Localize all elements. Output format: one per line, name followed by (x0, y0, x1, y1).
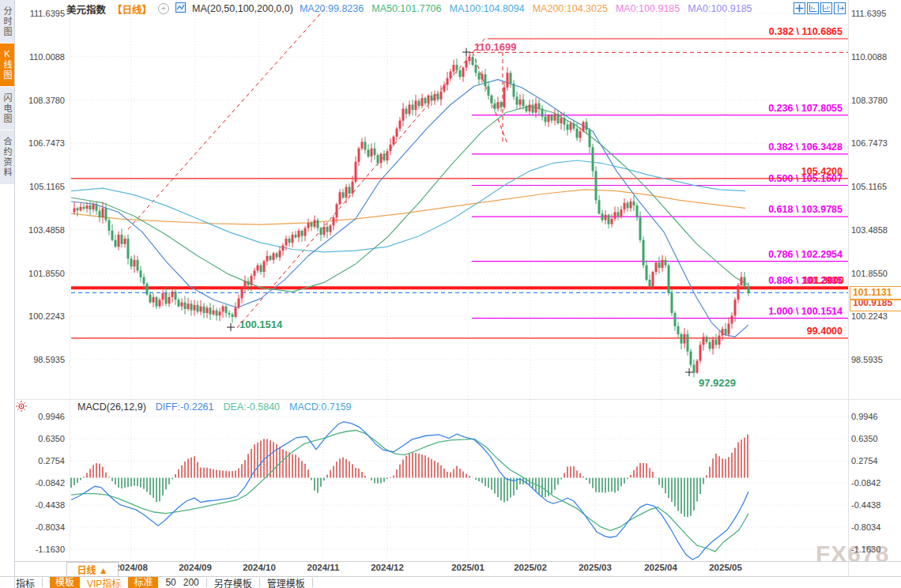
toolbar-item-4[interactable]: 标准 (128, 577, 158, 588)
ma-legend-value: MA0:100.9185 (616, 3, 680, 14)
price-level-label: 101.3000 (803, 275, 844, 286)
toolbar-item-2[interactable]: 模板 (50, 577, 80, 588)
macd-header: MACD(26,12,9) DIFF:-0.2261 DEA:-0.5840 M… (16, 401, 352, 413)
ma-legend-value: MA50:101.7706 (371, 3, 441, 14)
plot-left-border (70, 8, 70, 561)
panel-separator (14, 399, 901, 400)
ma-legend: MA20:99.8236MA50:101.7706MA100:104.8094M… (300, 3, 752, 14)
toolbar-separator-line (206, 578, 207, 587)
toolbar-item-8[interactable]: 管理模板 (267, 576, 305, 588)
symbol-title: 美元指数 (66, 2, 106, 17)
macd-settings-icon[interactable] (16, 401, 27, 414)
price-annotation: 100.1514 (239, 318, 282, 330)
chart-window: FX678 分时图K线图闪电图合约资料 美元指数 【日线】 + MA(20,50… (0, 0, 901, 588)
annotation-layer: 0.236 \ 107.80550.382 \ 106.34280.500 \ … (0, 0, 901, 588)
fib-level-label: 1.000 \ 100.1514 (768, 306, 843, 317)
plot-right-border (848, 0, 849, 576)
ma-settings-label[interactable]: MA(20,50,100,200,0,0) (192, 3, 293, 14)
bottom-toolbar: 指标模板VIP指标标准50200另存模板管理模板 (16, 577, 313, 588)
toolbar-item-1[interactable]: 指标 (16, 576, 35, 588)
fib-level-label: 0.236 \ 107.8055 (768, 103, 843, 114)
axis-scale-left-icon[interactable] (807, 2, 819, 14)
sidebar-tab-2[interactable]: K线图 (0, 43, 14, 86)
axis-scale-right-icon[interactable] (820, 2, 832, 14)
toolbar-separator-line (259, 578, 260, 587)
sidebar-tab-3[interactable]: 闪电图 (0, 87, 14, 130)
toolbar-separator-line (42, 578, 43, 587)
period-selector[interactable]: 日线 ▲ (66, 562, 119, 577)
ma-legend-value: MA100:104.8094 (449, 3, 524, 14)
period-tag: 【日线】 (112, 2, 152, 17)
price-level-label: 105.4200 (801, 166, 843, 177)
toolbar-separator-line (312, 578, 313, 587)
toolbar-item-6[interactable]: 200 (183, 577, 199, 588)
price-annotation: 110.1699 (474, 41, 517, 53)
plus-circle-icon[interactable]: + (158, 3, 169, 14)
price-level-label: 99.4000 (807, 326, 843, 337)
chart-header: 美元指数 【日线】 + MA(20,50,100,200,0,0) MA20:9… (66, 2, 752, 16)
fib-level-label: 0.618 \ 103.9785 (768, 204, 843, 215)
ma-legend-value: MA200:104.3025 (533, 3, 608, 14)
toolbar-item-7[interactable]: 另存模板 (214, 576, 252, 588)
macd-diff-value: DIFF:-0.2261 (156, 401, 214, 413)
chart-type-sidebar: 分时图K线图闪电图合约资料 (0, 0, 15, 588)
secondary-price-tag: 100.9185 (850, 300, 901, 311)
crosshair-icon[interactable] (794, 2, 805, 14)
sidebar-tab-4[interactable]: 合约资料 (0, 130, 14, 184)
ma-legend-value: MA20:99.8236 (300, 3, 364, 14)
xaxis-separator (14, 561, 901, 562)
sidebar-tab-1[interactable]: 分时图 (0, 0, 14, 43)
macd-title[interactable]: MACD(26,12,9) (77, 401, 146, 413)
toolbar-item-3[interactable]: VIP指标 (87, 576, 121, 588)
fib-level-label: 0.786 \ 102.2954 (768, 249, 843, 260)
price-annotation: 97.9229 (699, 377, 736, 389)
chart-tool-icons (794, 2, 846, 14)
macd-dea-value: DEA:-0.5840 (223, 401, 280, 413)
ma-indicator-icon[interactable] (175, 2, 186, 15)
current-price-tag: 101.1131 (850, 286, 901, 300)
fib-level-label: 0.382 \ 106.3428 (768, 141, 843, 153)
ma-legend-value: MA0:100.9185 (688, 3, 752, 14)
price-level-label: 0.382 \ 110.6865 (769, 26, 843, 37)
toolbar-item-5[interactable]: 50 (165, 577, 175, 588)
collapse-panel-icon[interactable] (834, 2, 846, 14)
macd-macd-value: MACD:0.7159 (289, 401, 352, 413)
